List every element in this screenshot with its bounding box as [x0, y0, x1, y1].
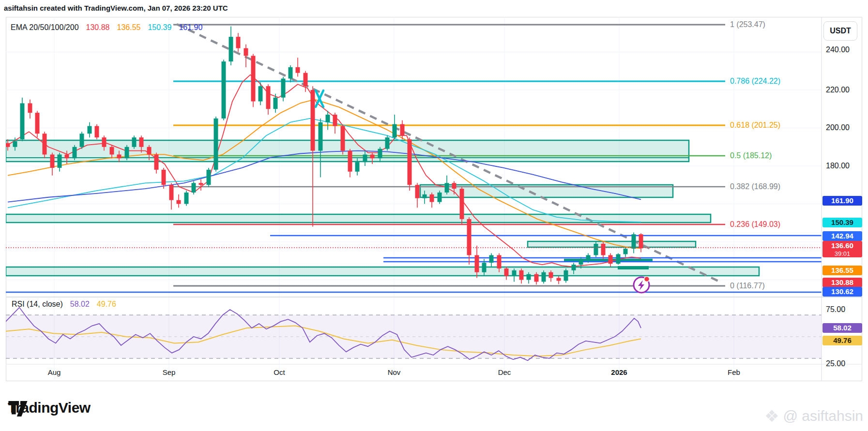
candle[interactable] — [534, 274, 539, 282]
candle[interactable] — [58, 154, 62, 167]
candle[interactable] — [184, 193, 189, 204]
currency-toggle-button[interactable]: USDT — [823, 21, 857, 41]
candle[interactable] — [586, 255, 591, 259]
candle[interactable] — [139, 137, 144, 147]
candle[interactable] — [117, 154, 122, 158]
candle[interactable] — [20, 103, 25, 139]
candle[interactable] — [557, 278, 561, 281]
candle[interactable] — [207, 170, 211, 185]
candle[interactable] — [281, 78, 286, 97]
candle[interactable] — [504, 268, 509, 276]
candle[interactable] — [296, 67, 300, 73]
candle[interactable] — [519, 270, 524, 280]
price-pane[interactable] — [6, 24, 822, 292]
candle[interactable] — [572, 265, 576, 270]
candle[interactable] — [266, 86, 271, 109]
candle[interactable] — [482, 263, 487, 272]
candle[interactable] — [594, 244, 598, 255]
candle[interactable] — [154, 154, 159, 169]
time-axis-label[interactable]: 2026 — [611, 368, 627, 376]
candle[interactable] — [624, 249, 628, 254]
candle[interactable] — [80, 134, 84, 147]
candle[interactable] — [489, 255, 494, 263]
candle[interactable] — [542, 272, 546, 282]
candle[interactable] — [50, 154, 55, 167]
candle[interactable] — [341, 126, 345, 151]
ema-line[interactable] — [8, 75, 641, 267]
candle[interactable] — [192, 183, 196, 193]
candle[interactable] — [363, 154, 367, 162]
ema-line[interactable] — [8, 100, 641, 249]
time-axis-label[interactable]: Dec — [498, 368, 511, 376]
candle[interactable] — [251, 56, 256, 101]
candle[interactable] — [177, 200, 181, 204]
candle[interactable] — [609, 255, 613, 264]
candle[interactable] — [467, 219, 472, 255]
candle[interactable] — [333, 115, 337, 126]
candle[interactable] — [132, 137, 137, 147]
candle[interactable] — [527, 274, 531, 280]
candle[interactable] — [445, 183, 449, 193]
candle[interactable] — [43, 134, 47, 154]
candle[interactable] — [28, 103, 32, 113]
candle[interactable] — [475, 255, 479, 272]
candle[interactable] — [244, 48, 248, 56]
candle[interactable] — [259, 86, 263, 101]
candle[interactable] — [311, 90, 315, 151]
candle[interactable] — [326, 115, 330, 122]
time-axis-label[interactable]: Sep — [163, 368, 176, 376]
candle[interactable] — [579, 259, 583, 265]
candle[interactable] — [304, 73, 308, 86]
candle[interactable] — [13, 141, 17, 147]
candle[interactable] — [549, 272, 553, 278]
candle[interactable] — [601, 244, 606, 255]
candle[interactable] — [222, 61, 226, 119]
candle[interactable] — [512, 270, 517, 276]
candlestick-chart[interactable] — [0, 0, 868, 431]
candle[interactable] — [319, 122, 323, 151]
candle[interactable] — [102, 137, 107, 147]
time-axis-label[interactable]: Aug — [48, 368, 61, 376]
time-axis-label[interactable]: Feb — [728, 368, 740, 376]
ema-line[interactable] — [8, 119, 641, 222]
tradingview-logo[interactable]: TradingView — [8, 400, 91, 416]
rsi-pane[interactable] — [6, 308, 822, 361]
candle[interactable] — [564, 270, 568, 281]
candle[interactable] — [6, 143, 10, 147]
candle[interactable] — [125, 147, 129, 159]
candle[interactable] — [438, 193, 442, 202]
candle[interactable] — [632, 234, 636, 249]
candle[interactable] — [415, 185, 420, 198]
candle[interactable] — [370, 154, 375, 158]
candle[interactable] — [616, 254, 621, 264]
candle[interactable] — [289, 67, 293, 79]
candle[interactable] — [73, 147, 77, 159]
candle[interactable] — [355, 162, 360, 172]
candle[interactable] — [460, 189, 464, 219]
candle[interactable] — [147, 147, 152, 155]
supply-demand-zone[interactable] — [528, 241, 696, 247]
candle[interactable] — [385, 137, 390, 149]
candle[interactable] — [229, 37, 233, 61]
candle[interactable] — [497, 255, 502, 268]
lightning-reaction-icon[interactable] — [634, 277, 650, 293]
candle[interactable] — [430, 194, 434, 202]
rsi-legend[interactable]: RSI (14, close) 58.0249.76 — [12, 300, 116, 309]
candle[interactable] — [400, 124, 405, 136]
candle[interactable] — [65, 154, 69, 158]
candle[interactable] — [95, 126, 99, 138]
candle[interactable] — [274, 98, 278, 109]
candle[interactable] — [393, 124, 397, 137]
candle[interactable] — [236, 37, 241, 48]
candle[interactable] — [408, 139, 412, 185]
candle[interactable] — [214, 119, 218, 170]
candle[interactable] — [35, 113, 40, 134]
candle[interactable] — [423, 194, 427, 198]
candle[interactable] — [452, 183, 457, 189]
candle[interactable] — [378, 149, 382, 159]
time-axis-label[interactable]: Oct — [274, 368, 285, 376]
candle[interactable] — [348, 151, 352, 172]
zone-bar[interactable] — [618, 266, 649, 269]
time-axis-label[interactable]: Nov — [388, 368, 401, 376]
candle[interactable] — [162, 170, 166, 185]
